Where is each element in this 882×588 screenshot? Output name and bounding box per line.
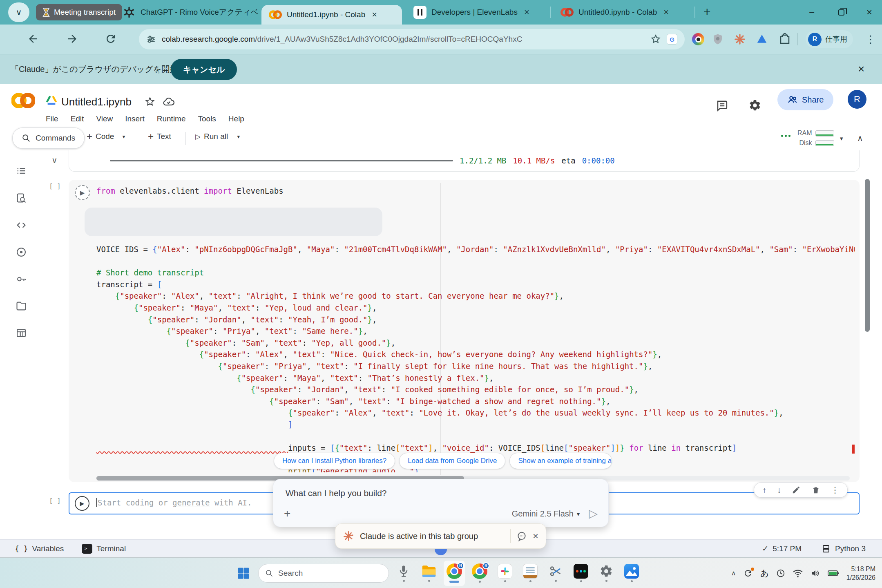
chip-install-libraries[interactable]: How can I install Python libraries? — [274, 453, 395, 469]
tab-close-icon[interactable]: × — [523, 7, 531, 18]
menu-file[interactable]: File — [46, 114, 58, 123]
code-line[interactable] — [96, 430, 855, 442]
taskbar-notes-app[interactable] — [520, 561, 541, 586]
code-line[interactable]: ] — [96, 419, 855, 431]
code-editor[interactable]: from elevenlabs.client import ElevenLabs… — [96, 185, 855, 472]
data-table-icon[interactable] — [16, 327, 27, 339]
move-cell-down-icon[interactable]: ↓ — [777, 485, 781, 495]
infobar-close-icon[interactable]: × — [858, 63, 864, 76]
code-line[interactable]: VOICE_IDS = {"Alex": "pNInz6obpgDQGcFmaJ… — [96, 244, 855, 255]
code-line[interactable]: {"speaker": "Alex", "text": "Alright, I … — [96, 290, 855, 302]
drive-extension-icon[interactable] — [756, 33, 768, 45]
tab-close-icon[interactable]: × — [662, 7, 670, 18]
tray-clock-icon[interactable] — [776, 569, 785, 578]
address-bar[interactable]: colab.research.google.com/drive/1_AUAw3V… — [139, 29, 685, 49]
tab-colab2[interactable]: Untitled0.ipynb - Colab × — [560, 0, 670, 25]
find-replace-icon[interactable] — [16, 192, 27, 204]
tab-group-meeting-transcript[interactable]: Meeting transcript — [36, 4, 122, 20]
notebook-filename[interactable]: Untitled1.ipynb — [61, 96, 132, 108]
generate-link[interactable]: generate — [172, 498, 210, 507]
model-selector[interactable]: Gemini 2.5 Flash▾ — [512, 509, 580, 519]
chat-bubble-icon[interactable] — [516, 531, 527, 541]
commands-button[interactable]: Commands — [12, 127, 85, 149]
volume-icon[interactable] — [811, 569, 820, 578]
code-snippets-icon[interactable] — [16, 219, 27, 231]
tab-colab-active[interactable]: Untitled1.ipynb - Colab × — [261, 5, 402, 25]
menu-help[interactable]: Help — [228, 114, 244, 123]
start-button[interactable] — [233, 561, 254, 586]
code-cell[interactable]: ▶ from elevenlabs.client import ElevenLa… — [69, 180, 860, 482]
connection-activity-icon[interactable] — [781, 135, 790, 137]
user-avatar[interactable]: R — [848, 90, 866, 109]
back-icon[interactable] — [27, 33, 39, 45]
lens-extension-icon[interactable] — [692, 33, 704, 45]
move-cell-up-icon[interactable]: ↑ — [762, 485, 766, 495]
run-all-button[interactable]: ▷Run all▾ — [195, 132, 240, 141]
code-line[interactable]: {"speaker": "Priya", "text": "Same here.… — [96, 325, 855, 337]
scene-eye-icon[interactable] — [16, 246, 27, 258]
reload-icon[interactable] — [105, 33, 117, 45]
add-text-button[interactable]: +Text — [148, 132, 171, 141]
edit-pencil-icon[interactable] — [792, 485, 801, 494]
tab-chatgpt[interactable]: ChatGPT - Rimo Voiceアクティベ × — [123, 0, 272, 25]
star-icon[interactable] — [145, 96, 155, 107]
code-line[interactable]: {"speaker": "Jordan", "text": "I cooked … — [96, 384, 855, 396]
tab-close-icon[interactable]: × — [370, 9, 379, 20]
send-icon[interactable]: ▷ — [589, 507, 598, 520]
tab-elevenlabs[interactable]: Developers | ElevenLabs × — [413, 0, 531, 25]
url-text[interactable]: colab.research.google.com/drive/1_AUAw3V… — [162, 35, 645, 44]
taskbar-snipping-tool[interactable] — [545, 561, 566, 586]
code-line[interactable]: from elevenlabs.client import ElevenLabs — [96, 185, 855, 197]
taskbar-chrome-2[interactable]: R — [469, 561, 490, 586]
taskbar-mic-app[interactable] — [393, 561, 414, 586]
terminal-button[interactable]: >_ Terminal — [82, 544, 126, 554]
taskbar-figma[interactable] — [570, 561, 592, 586]
ime-mode-indicator[interactable]: あ — [760, 568, 768, 579]
translate-icon[interactable]: G — [667, 34, 677, 45]
attach-plus-icon[interactable]: + — [284, 507, 290, 520]
code-line[interactable]: {"speaker": "Alex", "text": "Nice. Quick… — [96, 349, 855, 360]
run-cell-button[interactable]: ▶ — [75, 496, 89, 511]
menu-runtime[interactable]: Runtime — [157, 114, 186, 123]
taskbar-slack[interactable] — [494, 561, 516, 586]
taskbar-search[interactable]: Search — [258, 564, 389, 583]
menu-view[interactable]: View — [96, 114, 113, 123]
code-line[interactable]: # Short demo transcript — [96, 267, 855, 279]
code-line[interactable] — [96, 232, 855, 244]
kernel-selector[interactable]: Python 3 — [821, 544, 866, 554]
forward-icon[interactable] — [66, 33, 78, 45]
new-tab-button[interactable]: + — [703, 5, 711, 19]
run-cell-button[interactable]: ▶ — [75, 185, 90, 200]
cancel-debug-button[interactable]: キャンセル — [171, 59, 237, 80]
code-line[interactable]: {"speaker": "Sam", "text": "I binge-watc… — [96, 396, 855, 407]
table-of-contents-icon[interactable] — [16, 165, 27, 177]
resource-gauge[interactable]: RAM Disk — [797, 128, 834, 148]
window-restore-button[interactable] — [828, 0, 854, 25]
files-folder-icon[interactable] — [16, 300, 27, 312]
cell-placeholder[interactable]: Start coding or generate with AI. — [96, 498, 252, 507]
browser-menu-kebab-icon[interactable]: ⋮ — [865, 33, 876, 46]
more-options-kebab-icon[interactable]: ⋮ — [831, 485, 839, 495]
tray-expand-chevron[interactable]: ∧ — [731, 569, 736, 577]
page-scrollbar-thumb[interactable] — [865, 179, 870, 332]
tab-search-button[interactable]: ∨ — [8, 2, 29, 22]
delete-trash-icon[interactable] — [811, 485, 820, 494]
battery-icon[interactable] — [828, 569, 839, 577]
menu-tools[interactable]: Tools — [198, 114, 216, 123]
code-line[interactable]: {"speaker": "Alex", "text": "Love it. Ok… — [96, 407, 855, 419]
share-button[interactable]: Share — [777, 89, 833, 110]
bookmark-star-icon[interactable] — [650, 34, 661, 45]
window-close-button[interactable]: × — [857, 0, 882, 25]
taskbar-clock[interactable]: 5:18 PM 1/26/2026 — [846, 565, 875, 582]
code-line[interactable]: {"speaker": "Maya", "text": "That’s hone… — [96, 372, 855, 384]
code-line[interactable] — [96, 208, 855, 220]
ai-build-popup[interactable]: What can I help you build? + Gemini 2.5 … — [273, 479, 609, 527]
taskbar-settings[interactable] — [596, 561, 617, 586]
browser-profile-chip[interactable]: R 仕事用 — [806, 30, 853, 48]
cloud-saved-icon[interactable] — [163, 96, 175, 108]
settings-gear-icon[interactable] — [748, 99, 761, 112]
code-line[interactable]: {"speaker": "Sam", "text": "Yep, all goo… — [96, 337, 855, 349]
code-line[interactable]: transcript = [ — [96, 279, 855, 291]
chip-training-example[interactable]: Show an example of training a — [509, 453, 612, 469]
chevron-down-icon[interactable]: ▾ — [237, 133, 240, 140]
